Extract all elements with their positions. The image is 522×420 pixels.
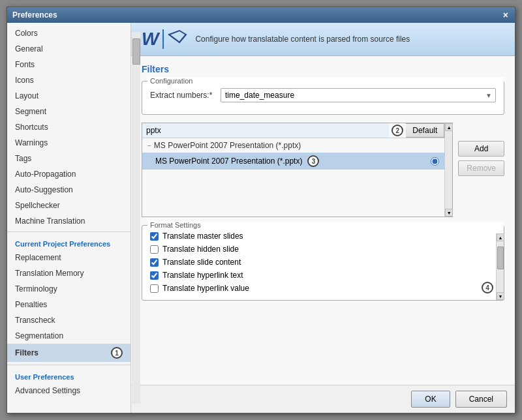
format-scroll-thumb xyxy=(497,247,504,269)
dialog-footer: OK Cancel xyxy=(131,385,515,413)
tree-group-header: − MS PowerPoint 2007 Presentation (*.ppt… xyxy=(142,138,444,153)
section-title: Filters xyxy=(142,64,504,74)
filter-list-wrapper: 2 Default − MS PowerPoint 2007 Presentat… xyxy=(142,123,453,217)
sidebar-scroll-track[interactable] xyxy=(132,32,140,404)
checkbox-row-2: Translate slide content xyxy=(150,256,249,269)
cancel-button[interactable]: Cancel xyxy=(455,391,507,408)
list-scroll-down[interactable]: ▼ xyxy=(445,209,453,217)
tree-toggle-icon: − xyxy=(147,142,151,149)
sidebar-item-shortcuts[interactable]: Shortcuts xyxy=(7,119,130,135)
remove-button[interactable]: Remove xyxy=(458,160,504,176)
ok-button[interactable]: OK xyxy=(411,391,450,408)
format-settings-content: Translate master slides Translate hidden… xyxy=(142,230,257,300)
filter-search-input[interactable] xyxy=(142,123,389,138)
extract-select-wrapper: time_date_measure none all ▼ xyxy=(221,88,496,102)
sidebar-item-spellchecker[interactable]: Spellchecker xyxy=(7,198,130,213)
filter-tree: − MS PowerPoint 2007 Presentation (*.ppt… xyxy=(142,138,444,217)
filter-list-inner: 2 Default − MS PowerPoint 2007 Presentat… xyxy=(142,123,444,217)
sidebar-section-current: Current Project Preferences xyxy=(7,235,130,250)
sidebar-divider-1 xyxy=(7,232,130,232)
checkbox-label-1: Translate hidden slide xyxy=(162,245,239,254)
format-settings-scrollbar[interactable]: ▲ ▼ xyxy=(496,233,504,300)
logo: W xyxy=(142,29,187,49)
sidebar-item-segment[interactable]: Segment xyxy=(7,104,130,119)
tree-item-selected[interactable]: MS PowerPoint 2007 Presentation (*.pptx)… xyxy=(142,153,444,170)
main-content: W Configure how translatable content is … xyxy=(131,23,515,413)
sidebar-item-advanced-settings[interactable]: Advanced Settings xyxy=(7,383,130,398)
checkbox-row-0: Translate master slides xyxy=(150,230,249,243)
sidebar-scrollbar[interactable]: ▲ ▼ xyxy=(131,23,140,413)
sidebar-item-segmentation[interactable]: Segmentation xyxy=(7,328,130,344)
format-scroll-up[interactable]: ▲ xyxy=(497,233,504,241)
sidebar-item-tags[interactable]: Tags xyxy=(7,151,130,166)
checkbox-row-1: Translate hidden slide xyxy=(150,243,249,256)
checkbox-label-3: Translate hyperlink text xyxy=(162,271,243,280)
checkbox-row-3: Translate hyperlink text xyxy=(150,269,249,282)
close-button[interactable]: × xyxy=(502,10,510,20)
checkbox-label-4: Translate hyperlink value xyxy=(162,284,249,293)
sidebar-item-colors[interactable]: Colors xyxy=(7,25,130,41)
default-button[interactable]: Default xyxy=(406,123,444,138)
logo-divider xyxy=(162,29,164,49)
main-scroll-area: Filters Configuration Extract numbers:* … xyxy=(131,56,515,385)
extract-numbers-select[interactable]: time_date_measure none all xyxy=(221,88,496,102)
sidebar-item-translation-memory[interactable]: Translation Memory xyxy=(7,265,130,281)
filters-badge: 1 xyxy=(111,347,123,359)
checkbox-row-4: Translate hyperlink value xyxy=(150,282,249,295)
format-settings-legend: Format Settings xyxy=(147,221,504,229)
logo-icon xyxy=(168,29,187,49)
sidebar-item-filters[interactable]: Filters 1 xyxy=(7,344,130,362)
dialog-title: Preferences xyxy=(12,10,57,20)
format-scroll-down[interactable]: ▼ xyxy=(497,292,504,300)
sidebar-item-transcheck[interactable]: Transcheck xyxy=(7,312,130,328)
sidebar-item-machine-translation[interactable]: Machine Translation xyxy=(7,213,130,229)
sidebar-divider-2 xyxy=(7,365,130,365)
checkbox-label-2: Translate slide content xyxy=(162,258,241,267)
checkbox-translate-hyperlink-text[interactable] xyxy=(150,271,159,280)
sidebar-item-general[interactable]: General xyxy=(7,41,130,57)
main-header: W Configure how translatable content is … xyxy=(131,23,515,56)
checkbox-label-0: Translate master slides xyxy=(162,232,243,241)
format-scroll-track[interactable] xyxy=(497,241,504,292)
sidebar-section-user: User Preferences xyxy=(7,368,130,383)
item-badge: 3 xyxy=(307,155,319,167)
checkbox-translate-master[interactable] xyxy=(150,232,159,241)
checkbox-translate-hyperlink-value[interactable] xyxy=(150,284,159,293)
sidebar-item-terminology[interactable]: Terminology xyxy=(7,281,130,297)
filter-list-scrollbar[interactable]: ▲ ▼ xyxy=(444,123,452,217)
add-button[interactable]: Add xyxy=(458,141,504,157)
sidebar-item-auto-suggestion[interactable]: Auto-Suggestion xyxy=(7,182,130,198)
tree-group-label: MS PowerPoint 2007 Presentation (*.pptx) xyxy=(154,141,301,150)
sidebar-item-fonts[interactable]: Fonts xyxy=(7,57,130,72)
sidebar-scroll-thumb[interactable] xyxy=(132,38,140,65)
search-badge: 2 xyxy=(392,125,403,136)
configuration-legend: Configuration xyxy=(147,77,504,85)
sidebar-item-replacement[interactable]: Replacement xyxy=(7,250,130,265)
format-settings-with-scroll: Translate master slides Translate hidden… xyxy=(142,233,504,300)
list-scroll-up[interactable]: ▲ xyxy=(445,123,453,131)
sidebar-item-warnings[interactable]: Warnings xyxy=(7,135,130,151)
logo-text: W xyxy=(142,30,159,48)
title-bar: Preferences × xyxy=(7,7,515,23)
tree-item-radio[interactable] xyxy=(431,157,439,166)
header-description: Configure how translatable content is pa… xyxy=(195,35,504,44)
checkbox-translate-slide-content[interactable] xyxy=(150,258,159,267)
format-scroll-badge: 4 xyxy=(482,282,493,293)
sidebar: Colors General Fonts Icons Layout Segmen… xyxy=(7,23,131,413)
list-scroll-track[interactable] xyxy=(445,131,452,209)
filter-list-section: 2 Default − MS PowerPoint 2007 Presentat… xyxy=(142,123,504,217)
sidebar-item-penalties[interactable]: Penalties xyxy=(7,297,130,312)
tree-item-label: MS PowerPoint 2007 Presentation (*.pptx) xyxy=(155,157,302,166)
preferences-dialog: Preferences × Colors General Fonts Icons… xyxy=(7,7,515,413)
filter-actions: Add Remove xyxy=(458,123,504,217)
sidebar-item-layout[interactable]: Layout xyxy=(7,88,130,104)
sidebar-item-auto-propagation[interactable]: Auto-Propagation xyxy=(7,166,130,182)
checkbox-translate-hidden[interactable] xyxy=(150,245,159,254)
sidebar-item-icons[interactable]: Icons xyxy=(7,72,130,88)
configuration-group: Configuration Extract numbers:* time_dat… xyxy=(142,81,504,115)
filter-search-row: 2 Default xyxy=(142,123,444,138)
extract-label: Extract numbers:* xyxy=(150,91,215,100)
format-settings-group: Format Settings Translate master slides … xyxy=(142,225,504,301)
